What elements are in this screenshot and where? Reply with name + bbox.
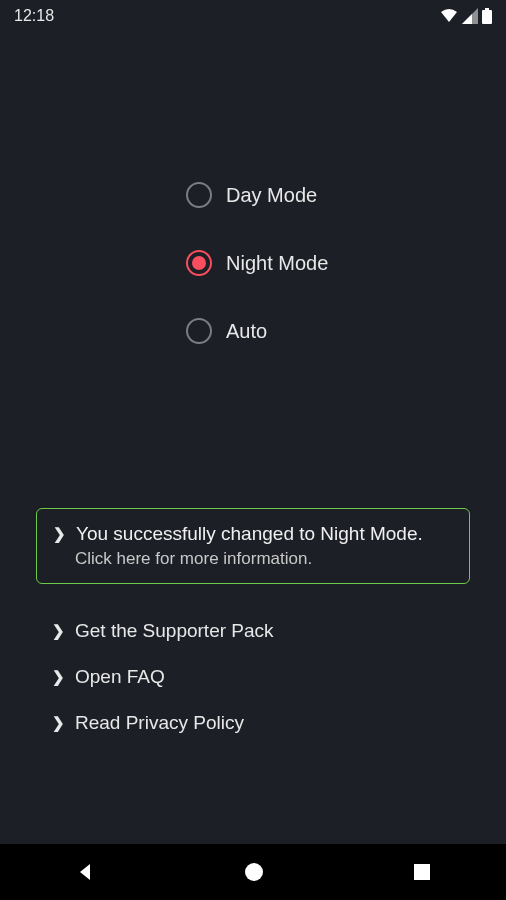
signal-icon <box>462 8 478 24</box>
chevron-right-icon: ❯ <box>52 622 65 640</box>
chevron-right-icon: ❯ <box>53 525 66 543</box>
nav-back-icon[interactable] <box>74 861 96 883</box>
status-icons <box>440 8 492 24</box>
radio-label: Auto <box>226 320 267 343</box>
radio-inner-icon <box>192 256 206 270</box>
radio-label: Day Mode <box>226 184 317 207</box>
radio-label: Night Mode <box>226 252 328 275</box>
radio-circle-selected-icon <box>186 250 212 276</box>
radio-day-mode[interactable]: Day Mode <box>186 182 506 208</box>
link-text: Read Privacy Policy <box>75 712 244 734</box>
navigation-bar <box>0 844 506 900</box>
main-content: Day Mode Night Mode Auto ❯ You successfu… <box>0 32 506 746</box>
svg-point-2 <box>245 863 263 881</box>
theme-radio-group: Day Mode Night Mode Auto <box>0 182 506 344</box>
link-text: Get the Supporter Pack <box>75 620 274 642</box>
svg-rect-1 <box>485 8 489 10</box>
radio-night-mode[interactable]: Night Mode <box>186 250 506 276</box>
success-main-row: ❯ You successfully changed to Night Mode… <box>53 523 453 545</box>
battery-icon <box>482 8 492 24</box>
links-section: ❯ You successfully changed to Night Mode… <box>0 508 506 746</box>
svg-rect-3 <box>414 864 430 880</box>
status-time: 12:18 <box>14 7 54 25</box>
link-supporter-pack[interactable]: ❯ Get the Supporter Pack <box>36 608 470 654</box>
link-faq[interactable]: ❯ Open FAQ <box>36 654 470 700</box>
success-message-box[interactable]: ❯ You successfully changed to Night Mode… <box>36 508 470 584</box>
radio-auto[interactable]: Auto <box>186 318 506 344</box>
nav-home-icon[interactable] <box>243 861 265 883</box>
radio-circle-icon <box>186 318 212 344</box>
svg-rect-0 <box>482 10 492 24</box>
status-bar: 12:18 <box>0 0 506 32</box>
radio-circle-icon <box>186 182 212 208</box>
chevron-right-icon: ❯ <box>52 668 65 686</box>
wifi-icon <box>440 8 458 24</box>
link-text: Open FAQ <box>75 666 165 688</box>
chevron-right-icon: ❯ <box>52 714 65 732</box>
nav-recent-icon[interactable] <box>412 862 432 882</box>
success-title: You successfully changed to Night Mode. <box>76 523 423 545</box>
link-privacy-policy[interactable]: ❯ Read Privacy Policy <box>36 700 470 746</box>
success-subtitle: Click here for more information. <box>75 549 453 569</box>
